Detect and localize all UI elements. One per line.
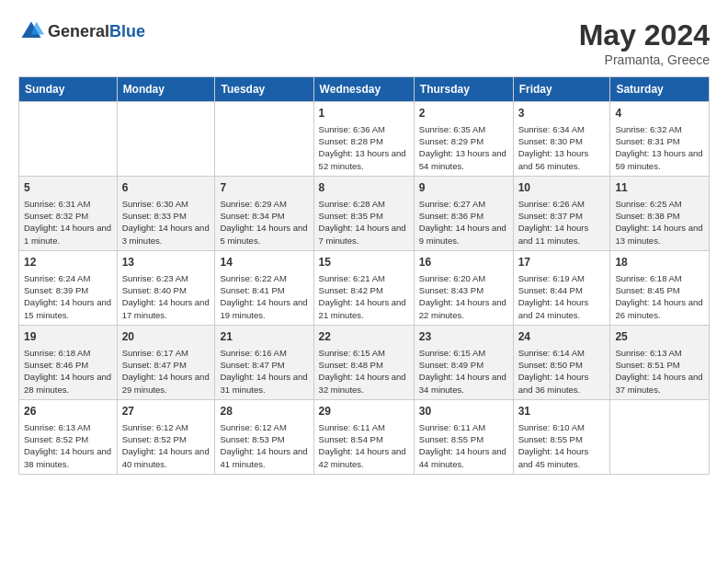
day-info: Sunrise: 6:26 AMSunset: 8:37 PMDaylight:… <box>518 198 606 247</box>
calendar-week-row: 12Sunrise: 6:24 AMSunset: 8:39 PMDayligh… <box>19 250 710 325</box>
day-number: 17 <box>518 255 606 270</box>
calendar-cell: 4Sunrise: 6:32 AMSunset: 8:31 PMDaylight… <box>610 102 710 177</box>
day-info: Sunrise: 6:11 AMSunset: 8:55 PMDaylight:… <box>419 421 508 470</box>
calendar-week-row: 5Sunrise: 6:31 AMSunset: 8:32 PMDaylight… <box>19 176 710 250</box>
calendar-cell: 7Sunrise: 6:29 AMSunset: 8:34 PMDaylight… <box>215 176 313 250</box>
day-number: 12 <box>24 255 112 270</box>
day-number: 31 <box>518 404 606 419</box>
day-info: Sunrise: 6:11 AMSunset: 8:54 PMDaylight:… <box>319 421 409 470</box>
calendar-cell: 20Sunrise: 6:17 AMSunset: 8:47 PMDayligh… <box>117 325 215 399</box>
day-number: 4 <box>615 106 704 121</box>
day-number: 9 <box>419 180 508 196</box>
logo-general: General <box>48 22 109 40</box>
weekday-header-row: SundayMondayTuesdayWednesdayThursdayFrid… <box>19 77 710 102</box>
day-number: 11 <box>615 180 704 196</box>
day-number: 24 <box>518 329 606 345</box>
calendar-cell: 8Sunrise: 6:28 AMSunset: 8:35 PMDaylight… <box>313 176 414 250</box>
calendar-cell: 19Sunrise: 6:18 AMSunset: 8:46 PMDayligh… <box>19 325 118 399</box>
calendar-body: 1Sunrise: 6:36 AMSunset: 8:28 PMDaylight… <box>19 102 710 475</box>
day-number: 5 <box>24 180 112 196</box>
calendar-week-row: 1Sunrise: 6:36 AMSunset: 8:28 PMDaylight… <box>19 102 710 177</box>
day-info: Sunrise: 6:28 AMSunset: 8:35 PMDaylight:… <box>319 198 409 247</box>
calendar-cell: 1Sunrise: 6:36 AMSunset: 8:28 PMDaylight… <box>313 102 414 177</box>
day-number: 8 <box>319 180 409 196</box>
day-number: 21 <box>220 329 308 345</box>
calendar-cell: 11Sunrise: 6:25 AMSunset: 8:38 PMDayligh… <box>610 176 710 250</box>
day-number: 6 <box>122 180 210 196</box>
calendar-cell: 3Sunrise: 6:34 AMSunset: 8:30 PMDaylight… <box>513 102 610 177</box>
weekday-header-sunday: Sunday <box>19 77 118 102</box>
day-number: 23 <box>419 329 508 345</box>
day-number: 7 <box>220 180 308 196</box>
calendar-cell <box>215 102 313 177</box>
location-subtitle: Pramanta, Greece <box>579 52 710 67</box>
weekday-header-wednesday: Wednesday <box>313 77 414 102</box>
calendar-cell: 12Sunrise: 6:24 AMSunset: 8:39 PMDayligh… <box>19 250 118 325</box>
day-info: Sunrise: 6:36 AMSunset: 8:28 PMDaylight:… <box>319 123 409 172</box>
day-number: 13 <box>122 255 210 270</box>
calendar-cell: 6Sunrise: 6:30 AMSunset: 8:33 PMDaylight… <box>117 176 215 250</box>
day-number: 1 <box>319 106 409 121</box>
day-info: Sunrise: 6:22 AMSunset: 8:41 PMDaylight:… <box>220 272 308 321</box>
weekday-header-tuesday: Tuesday <box>215 77 313 102</box>
day-number: 2 <box>419 106 508 121</box>
day-info: Sunrise: 6:15 AMSunset: 8:49 PMDaylight:… <box>419 347 508 396</box>
day-number: 10 <box>518 180 606 196</box>
day-info: Sunrise: 6:17 AMSunset: 8:47 PMDaylight:… <box>122 347 210 396</box>
calendar-cell <box>610 399 710 474</box>
day-number: 26 <box>24 404 112 419</box>
day-info: Sunrise: 6:14 AMSunset: 8:50 PMDaylight:… <box>518 347 606 396</box>
day-info: Sunrise: 6:13 AMSunset: 8:51 PMDaylight:… <box>615 347 704 396</box>
calendar-cell: 9Sunrise: 6:27 AMSunset: 8:36 PMDaylight… <box>414 176 513 250</box>
day-info: Sunrise: 6:25 AMSunset: 8:38 PMDaylight:… <box>615 198 704 247</box>
day-number: 27 <box>122 404 210 419</box>
day-info: Sunrise: 6:23 AMSunset: 8:40 PMDaylight:… <box>122 272 210 321</box>
day-info: Sunrise: 6:18 AMSunset: 8:45 PMDaylight:… <box>615 272 704 321</box>
day-info: Sunrise: 6:30 AMSunset: 8:33 PMDaylight:… <box>122 198 210 247</box>
calendar-cell: 10Sunrise: 6:26 AMSunset: 8:37 PMDayligh… <box>513 176 610 250</box>
day-info: Sunrise: 6:18 AMSunset: 8:46 PMDaylight:… <box>24 347 112 396</box>
day-number: 20 <box>122 329 210 345</box>
title-block: May 2024 Pramanta, Greece <box>579 18 710 67</box>
day-info: Sunrise: 6:35 AMSunset: 8:29 PMDaylight:… <box>419 123 508 172</box>
calendar-cell: 15Sunrise: 6:21 AMSunset: 8:42 PMDayligh… <box>313 250 414 325</box>
day-number: 15 <box>319 255 409 270</box>
logo: GeneralBlue <box>18 18 145 44</box>
logo-blue: Blue <box>109 22 145 40</box>
day-info: Sunrise: 6:15 AMSunset: 8:48 PMDaylight:… <box>319 347 409 396</box>
day-info: Sunrise: 6:10 AMSunset: 8:55 PMDaylight:… <box>518 421 606 470</box>
weekday-header-saturday: Saturday <box>610 77 710 102</box>
day-info: Sunrise: 6:21 AMSunset: 8:42 PMDaylight:… <box>319 272 409 321</box>
calendar-cell: 28Sunrise: 6:12 AMSunset: 8:53 PMDayligh… <box>215 399 313 474</box>
day-number: 22 <box>319 329 409 345</box>
day-info: Sunrise: 6:12 AMSunset: 8:53 PMDaylight:… <box>220 421 308 470</box>
calendar-cell: 24Sunrise: 6:14 AMSunset: 8:50 PMDayligh… <box>513 325 610 399</box>
day-info: Sunrise: 6:19 AMSunset: 8:44 PMDaylight:… <box>518 272 606 321</box>
day-number: 25 <box>615 329 704 345</box>
day-number: 30 <box>419 404 508 419</box>
calendar-cell: 25Sunrise: 6:13 AMSunset: 8:51 PMDayligh… <box>610 325 710 399</box>
day-info: Sunrise: 6:27 AMSunset: 8:36 PMDaylight:… <box>419 198 508 247</box>
weekday-header-monday: Monday <box>117 77 215 102</box>
calendar-header: SundayMondayTuesdayWednesdayThursdayFrid… <box>19 77 710 102</box>
calendar-table: SundayMondayTuesdayWednesdayThursdayFrid… <box>18 76 710 475</box>
day-info: Sunrise: 6:13 AMSunset: 8:52 PMDaylight:… <box>24 421 112 470</box>
calendar-cell: 17Sunrise: 6:19 AMSunset: 8:44 PMDayligh… <box>513 250 610 325</box>
month-title: May 2024 <box>579 18 710 52</box>
calendar-cell <box>117 102 215 177</box>
day-info: Sunrise: 6:29 AMSunset: 8:34 PMDaylight:… <box>220 198 308 247</box>
logo-icon <box>18 18 44 44</box>
calendar-cell: 29Sunrise: 6:11 AMSunset: 8:54 PMDayligh… <box>313 399 414 474</box>
day-info: Sunrise: 6:16 AMSunset: 8:47 PMDaylight:… <box>220 347 308 396</box>
calendar-cell: 27Sunrise: 6:12 AMSunset: 8:52 PMDayligh… <box>117 399 215 474</box>
weekday-header-thursday: Thursday <box>414 77 513 102</box>
calendar-cell: 30Sunrise: 6:11 AMSunset: 8:55 PMDayligh… <box>414 399 513 474</box>
calendar-cell: 2Sunrise: 6:35 AMSunset: 8:29 PMDaylight… <box>414 102 513 177</box>
calendar-cell: 18Sunrise: 6:18 AMSunset: 8:45 PMDayligh… <box>610 250 710 325</box>
calendar-cell: 21Sunrise: 6:16 AMSunset: 8:47 PMDayligh… <box>215 325 313 399</box>
day-number: 29 <box>319 404 409 419</box>
calendar-cell: 5Sunrise: 6:31 AMSunset: 8:32 PMDaylight… <box>19 176 118 250</box>
calendar-cell: 16Sunrise: 6:20 AMSunset: 8:43 PMDayligh… <box>414 250 513 325</box>
day-number: 3 <box>518 106 606 121</box>
page-header: GeneralBlue May 2024 Pramanta, Greece <box>18 18 710 67</box>
